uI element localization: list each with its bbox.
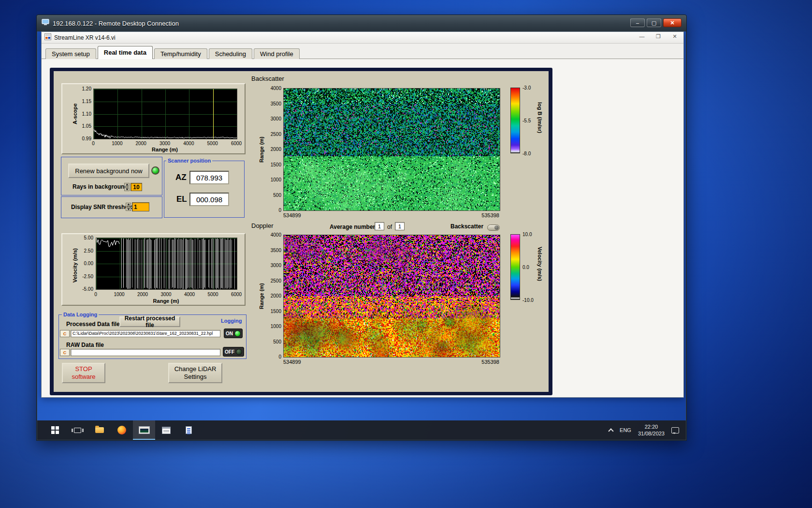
tab-wind-profile[interactable]: Wind profile [254, 48, 300, 59]
renew-background-button[interactable]: Renew background now [68, 164, 149, 178]
raw-path-drive-icon[interactable]: C [60, 349, 70, 356]
tick-label: 2000 [137, 292, 148, 297]
velocity-x-ticks: 0100020003000400050006000 [96, 292, 236, 298]
rdp-titlebar[interactable]: 192.168.0.122 - Remote Desktop Connectio… [37, 15, 686, 31]
tick-label: 0 [92, 141, 95, 146]
tick-label: 500 [273, 192, 281, 197]
remote-desktop-icon [42, 19, 49, 28]
tick-label: 5000 [207, 292, 218, 297]
task-view-button[interactable] [66, 420, 88, 440]
backscatter-toggle[interactable] [487, 224, 500, 231]
velocity-y-ticks: 5.002.500.00-2.50-5.00 [74, 238, 93, 289]
rays-spinner[interactable] [124, 183, 130, 191]
task-view-icon [74, 428, 81, 433]
tick-label: 1500 [271, 162, 281, 167]
tick-label: 4000 [183, 141, 194, 146]
app-titlebar[interactable]: StreamLine XR v14-6.vi — ❐ ✕ [42, 32, 683, 44]
raw-path-field[interactable] [71, 349, 220, 356]
file-explorer-button[interactable] [88, 420, 111, 440]
tab-system-setup[interactable]: System setup [45, 48, 96, 59]
vi-icon [44, 33, 51, 42]
language-indicator[interactable]: ENG [620, 427, 631, 433]
average-count-field[interactable]: 1 [395, 222, 405, 230]
remote-desktop-area: StreamLine XR v14-6.vi — ❐ ✕ System setu… [37, 31, 686, 440]
firefox-button[interactable] [111, 420, 133, 440]
scan-scheduler-button[interactable] [155, 420, 177, 440]
clock-time: 22:20 [638, 423, 665, 430]
clock[interactable]: 22:20 31/08/2023 [638, 423, 665, 437]
doppler-x-end: 535398 [481, 359, 499, 365]
doppler-y-ticks: 40003500300025002000150010005000 [264, 235, 281, 357]
rdp-maximize-button[interactable]: ▢ [647, 18, 661, 27]
windows-logo-icon [51, 426, 55, 430]
processed-path-field[interactable]: C:\Lidar\Data\Proc\2023\202308\20230831\… [71, 330, 220, 337]
tick-label: 2500 [271, 131, 281, 136]
data-logging-group: Data Logging Processed Data file Restart… [58, 314, 246, 359]
stop-software-button[interactable]: STOP software [62, 363, 105, 383]
tick-label: 1000 [114, 292, 124, 297]
tick-label: 0 [94, 292, 97, 297]
a-scope-chart-panel: A-scope 1.201.151.101.050.99 01000200030… [61, 83, 246, 154]
tick-label: 1000 [271, 324, 281, 329]
tick-label: 6000 [231, 292, 242, 297]
tick-label: 3000 [271, 263, 281, 268]
scanner-position-title: Scanner position [166, 158, 212, 164]
tick-label: 2000 [271, 293, 281, 299]
change-lidar-settings-button[interactable]: Change LiDAR Settings [168, 363, 222, 383]
tick-label: 0.0 [522, 265, 529, 270]
backscatter-colorbar-ticks: -3.0-5.5-8.0 [522, 88, 539, 153]
tick-label: 2000 [136, 141, 146, 146]
snr-value-field[interactable]: 1 [132, 202, 149, 211]
app-minimize-button[interactable]: — [637, 33, 647, 40]
restart-processed-file-button[interactable]: Restart processed file [119, 316, 180, 327]
doppler-plot [284, 235, 500, 357]
app-content: A-scope 1.201.151.101.050.99 01000200030… [42, 59, 683, 397]
desktop: 192.168.0.122 - Remote Desktop Connectio… [0, 0, 812, 508]
folder-icon [95, 427, 104, 433]
doppler-colorbar-label: Velocity (m/s) [537, 247, 543, 281]
backscatter-x-range: 534899 535398 [283, 212, 499, 218]
tab-temp-humidity[interactable]: Temp/humidity [154, 48, 207, 59]
of-label: of [387, 224, 392, 230]
tick-label: 4000 [184, 292, 195, 297]
rdp-close-button[interactable]: ✕ [663, 18, 682, 27]
backscatter-colorbar [510, 88, 520, 153]
action-center-icon[interactable] [671, 427, 679, 433]
tick-label: 4000 [271, 232, 281, 238]
rdp-minimize-button[interactable]: – [630, 18, 645, 27]
tab-real-time-data[interactable]: Real time data [98, 46, 153, 59]
tab-bar: System setup Real time data Temp/humidit… [42, 44, 683, 59]
velocity-plot-frame [96, 238, 237, 290]
tick-label: 3500 [271, 101, 281, 106]
start-button[interactable] [44, 420, 66, 440]
streamline-taskbar-button[interactable] [133, 420, 155, 440]
tick-label: 0.99 [82, 136, 91, 141]
notepad-button[interactable] [177, 420, 200, 440]
processed-path-drive-icon[interactable]: C [60, 330, 70, 337]
background-controls-group: Renew background now Rays in background … [61, 157, 162, 195]
raw-logging-toggle[interactable]: OFF [223, 347, 244, 357]
rays-value-field[interactable]: 10 [130, 183, 142, 191]
raw-data-file-label: RAW Data file [66, 342, 104, 348]
az-label: AZ [175, 173, 187, 182]
tab-scheduling[interactable]: Scheduling [209, 48, 252, 59]
backscatter-x-end: 535398 [481, 212, 499, 218]
document-icon [186, 426, 192, 434]
tick-label: 5000 [207, 141, 218, 146]
front-panel: A-scope 1.201.151.101.050.99 01000200030… [54, 71, 549, 392]
tick-label: 3000 [160, 141, 170, 146]
rdp-window: 192.168.0.122 - Remote Desktop Connectio… [36, 15, 687, 441]
snr-spinner[interactable] [126, 203, 131, 211]
a-scope-x-axis-label: Range (m) [93, 147, 236, 152]
average-number-field[interactable]: 1 [375, 222, 384, 230]
a-scope-y-ticks: 1.201.151.101.050.99 [73, 89, 91, 138]
processed-logging-toggle[interactable]: ON [224, 329, 243, 338]
backscatter-y-ticks: 40003500300025002000150010005000 [264, 88, 281, 210]
tray-expand-chevron[interactable] [608, 428, 613, 433]
tick-label: 2000 [271, 147, 281, 152]
app-restore-button[interactable]: ❐ [653, 33, 663, 40]
tick-label: 3500 [271, 247, 281, 253]
app-close-button[interactable]: ✕ [670, 33, 680, 40]
firefox-icon [117, 426, 126, 434]
az-value-display: 078.993 [189, 171, 229, 184]
